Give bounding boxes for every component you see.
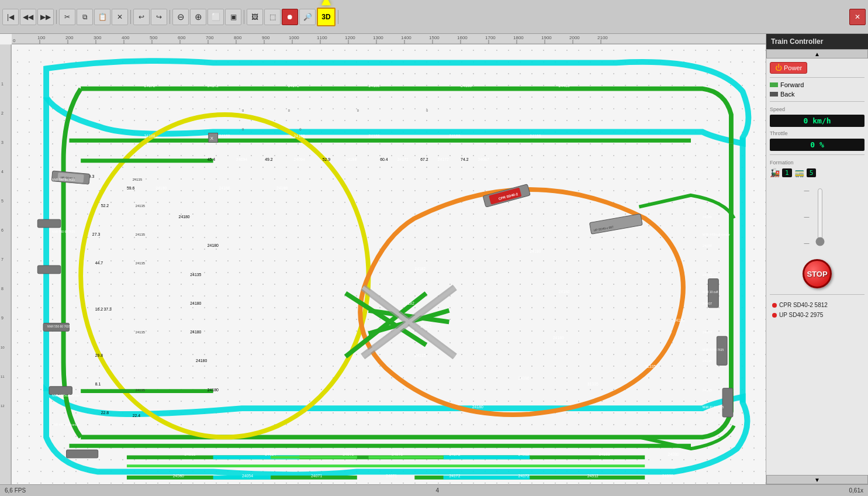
panel-scroll-up-button[interactable]: ▲ [766, 49, 868, 58]
svg-text:NNR 40 60 7635: NNR 40 60 7635 [703, 406, 724, 409]
undo-button[interactable]: ↩ [133, 9, 150, 25]
svg-text:1400: 1400 [401, 35, 411, 40]
svg-text:400: 400 [122, 35, 130, 40]
svg-text:24094: 24094 [294, 157, 305, 161]
something-button[interactable]: ⬚ [264, 9, 281, 25]
svg-text:24188: 24188 [449, 134, 460, 138]
train-item-2[interactable]: UP SD40-2 2975 [770, 311, 864, 319]
svg-text:24182: 24182 [403, 301, 414, 305]
svg-text:24135: 24135 [703, 359, 713, 363]
svg-text:24172: 24172 [438, 157, 449, 161]
svg-text:24180: 24180 [472, 405, 483, 409]
power-button[interactable]: ⏻ Power [770, 62, 807, 74]
paste-button[interactable]: 📋 [94, 9, 110, 25]
svg-rect-108 [49, 387, 72, 395]
svg-text:24188: 24188 [369, 84, 380, 88]
panel-title: Train Controller [766, 34, 868, 49]
cut-button[interactable]: ✂ [59, 9, 75, 25]
record-button[interactable]: ⏺ [282, 9, 298, 25]
train-icon: 🚂 [770, 168, 780, 177]
svg-text:600: 600 [178, 35, 186, 40]
forward-row: Forward [770, 81, 864, 88]
svg-text:0: 0 [13, 38, 16, 43]
throttle-slider-input[interactable] [814, 188, 826, 246]
svg-text:12: 12 [1, 404, 5, 408]
copy-button[interactable]: ⧉ [77, 9, 93, 25]
svg-text:60.4: 60.4 [380, 157, 388, 161]
zoom-level: 0,61x [849, 487, 863, 494]
svg-text:800: 800 [234, 35, 242, 40]
close-window-button[interactable]: ✕ [849, 9, 866, 25]
svg-text:9: 9 [1, 316, 4, 320]
svg-text:24180: 24180 [530, 249, 541, 253]
svg-text:67.2: 67.2 [420, 157, 428, 161]
svg-text:NNR 4400cu8 condor: NNR 4400cu8 condor [52, 423, 80, 426]
back-row: Back [770, 91, 864, 98]
svg-text:0: 0 [242, 109, 244, 112]
svg-text:NNR 4400cu8 condor: NNR 4400cu8 condor [703, 233, 731, 236]
svg-text:NNR 550 60 7635: NNR 550 60 7635 [47, 325, 71, 328]
svg-point-60 [81, 115, 368, 437]
ruler-top: 0 100 200 300 400 500 600 700 800 900 [12, 34, 766, 44]
nav-next-fast-button[interactable]: ▶▶ [37, 9, 54, 25]
canvas-area[interactable]: 0 100 200 300 400 500 600 700 800 900 [0, 34, 766, 484]
svg-text:24172: 24172 [208, 84, 219, 88]
panel-scroll-down-button[interactable]: ▼ [766, 475, 868, 484]
svg-text:24135: 24135 [136, 330, 146, 334]
svg-text:24087: 24087 [478, 157, 489, 161]
svg-text:1300: 1300 [373, 35, 383, 40]
separator-4 [244, 10, 244, 24]
stop-button[interactable]: STOP [803, 259, 832, 288]
redo-button[interactable]: ↪ [151, 9, 167, 25]
svg-text:24312: 24312 [518, 452, 530, 456]
train-item-1[interactable]: CPR SD40-2 5812 [770, 301, 864, 309]
svg-text:24180: 24180 [208, 388, 219, 392]
svg-text:2: 2 [1, 111, 4, 115]
formation-section-label: Formation [770, 160, 864, 166]
svg-text:300: 300 [94, 35, 102, 40]
image-button[interactable]: 🖼 [247, 9, 263, 25]
svg-text:24330: 24330 [662, 474, 673, 478]
status-bar: 6,6 FPS 4 0,61x [0, 484, 868, 496]
svg-text:10: 10 [1, 346, 5, 349]
train-list: CPR SD40-2 5812 UP SD40-2 2975 [770, 301, 864, 319]
divider-4 [770, 294, 864, 295]
svg-text:NNR 40 60 7635: NNR 40 60 7635 [703, 349, 724, 352]
track-canvas[interactable]: 24172 24172 24172 24188 24188 24430 2418… [12, 44, 766, 484]
nav-start-button[interactable]: |◀ [2, 9, 19, 25]
forward-label: Forward [780, 81, 804, 88]
svg-text:6: 6 [1, 228, 4, 232]
svg-text:0: 0 [426, 109, 428, 112]
svg-text:1: 1 [1, 82, 4, 86]
svg-text:24180: 24180 [553, 336, 564, 340]
svg-text:24188: 24188 [276, 186, 288, 190]
zoom-out-button[interactable]: ⊖ [172, 9, 189, 25]
zoom-in-button[interactable]: ⊕ [190, 9, 206, 25]
svg-text:24312: 24312 [587, 474, 599, 478]
svg-rect-105 [37, 219, 60, 228]
svg-text:2000: 2000 [569, 35, 580, 40]
svg-text:44.7: 44.7 [95, 261, 103, 265]
divider-3 [770, 154, 864, 155]
controller-body: ⏻ Power Forward Back Speed 0 km/h Thrott… [766, 58, 868, 475]
svg-text:24180: 24180 [703, 244, 713, 247]
search-button[interactable]: 🔎 [299, 9, 316, 25]
svg-text:NNR 550 60 7635: NNR 550 60 7635 [52, 230, 75, 233]
svg-text:52.9: 52.9 [323, 157, 331, 161]
svg-text:8.1: 8.1 [95, 382, 101, 386]
svg-text:1600: 1600 [457, 35, 468, 40]
svg-text:24054: 24054 [242, 474, 253, 478]
svg-text:24135: 24135 [190, 273, 201, 277]
svg-text:24188: 24188 [461, 84, 472, 88]
svg-text:24071: 24071 [392, 452, 403, 456]
slider-max-label: — [804, 188, 810, 194]
delete-button[interactable]: ✕ [112, 9, 128, 25]
select-rect-button[interactable]: ⬜ [208, 9, 224, 25]
svg-text:1500: 1500 [429, 35, 440, 40]
nav-prev-fast-button[interactable]: ◀◀ [20, 9, 36, 25]
select-all-button[interactable]: ▣ [225, 9, 241, 25]
svg-text:31335: 31335 [587, 382, 599, 386]
3d-view-button[interactable]: 3D [317, 8, 336, 26]
svg-text:24115: 24115 [414, 353, 426, 357]
svg-text:24580: 24580 [173, 474, 184, 478]
